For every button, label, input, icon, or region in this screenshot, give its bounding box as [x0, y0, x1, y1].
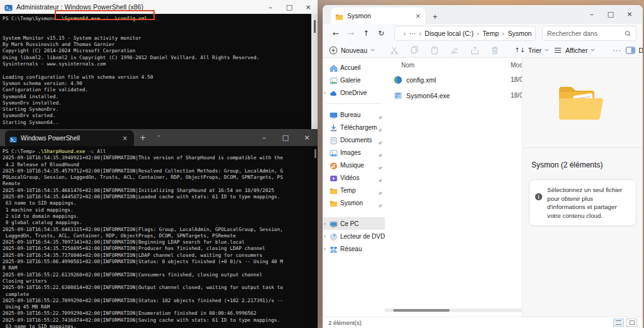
terminal-titlebar[interactable]: Windows PowerShell × + ˅ – □ ×	[0, 129, 318, 146]
chevron-expand-icon[interactable]: ›	[324, 90, 326, 96]
breadcrumb-item-temp[interactable]: Temp	[482, 30, 499, 37]
search-icon	[625, 30, 631, 37]
maximize-button[interactable]: □	[280, 0, 299, 14]
search-input[interactable]: Rechercher dans	[542, 26, 636, 41]
scrollbar-thumb[interactable]	[314, 149, 316, 158]
file-list[interactable]: ˆ Nom Mod config.xml18/0Sysmon64.exe18/0	[385, 58, 522, 317]
file-row-sysmon64-exe[interactable]: Sysmon64.exe18/0	[385, 88, 522, 103]
console-line: 2025-09-18T16:54:35.4579712+02:00|INFORM…	[3, 168, 315, 174]
sidebar-item-label: OneDrive	[340, 89, 385, 96]
sidebar-item-images[interactable]: Images	[323, 146, 385, 159]
breadcrumb[interactable]: ›···›Disque local (C:)›Temp›Sysmon	[394, 26, 536, 41]
chevron-expand-icon[interactable]: ›	[324, 234, 326, 239]
terminal-tab[interactable]: Windows PowerShell ×	[5, 130, 134, 146]
sidebar-item-musique[interactable]: Musique	[323, 159, 385, 171]
console-line: 63 name to SID mappings.	[3, 324, 315, 328]
icons-view-toggle[interactable]	[626, 319, 637, 327]
maximize-button[interactable]: □	[275, 133, 296, 142]
sidebar-item-onedrive[interactable]: ›OneDrive	[323, 86, 385, 99]
sidebar-item-label: Lecteur de DVD (D:)	[340, 233, 385, 240]
sidebar-item-sysmon[interactable]: Sysmon	[323, 196, 385, 209]
sidebar-item-reseau[interactable]: ›Réseau	[323, 242, 385, 255]
pin-icon	[377, 150, 383, 156]
tab-close-icon[interactable]: ×	[416, 13, 421, 20]
new-tab-button[interactable]: +	[433, 12, 438, 24]
sidebar-item-lecteur-de-dvd-d[interactable]: ›Lecteur de DVD (D:)	[323, 230, 385, 242]
close-button[interactable]: ×	[299, 0, 318, 14]
plus-circle-icon	[329, 46, 338, 55]
new-tab-button[interactable]: +	[134, 133, 152, 142]
minimize-button[interactable]: –	[253, 133, 275, 142]
desktop-icon	[330, 111, 338, 119]
refresh-icon[interactable]: ↻	[374, 29, 388, 38]
horizontal-scrollbar[interactable]	[385, 308, 522, 312]
sidebar-item-label: Bureau	[340, 111, 377, 118]
details-pane-button[interactable]: Détails	[626, 47, 643, 54]
file-modified-date: 18/0	[511, 76, 522, 83]
close-button[interactable]: ×	[296, 133, 318, 142]
sidebar-item-ce-pc[interactable]: ›Ce PC	[323, 217, 385, 230]
terminal-console[interactable]: PS C:\Temp> .\SharpHound.exe -c All2025-…	[0, 146, 318, 328]
back-icon[interactable]: ←	[329, 29, 343, 38]
download-icon	[330, 123, 338, 132]
console-line: SysmonDrv installed.	[3, 100, 309, 106]
tab-close-icon[interactable]: ×	[121, 135, 130, 142]
sidebar-item-temp[interactable]: Temp	[323, 184, 385, 196]
file-list-header[interactable]: ˆ Nom Mod	[385, 58, 522, 72]
column-header-name[interactable]: Nom	[401, 62, 414, 69]
maximize-button[interactable]: □	[601, 10, 620, 18]
details-view-toggle[interactable]	[613, 319, 624, 327]
red-annotation-box	[55, 10, 155, 20]
sidebar-item-telechargements[interactable]: Téléchargements	[323, 121, 385, 133]
file-modified-date: 18/0	[511, 92, 522, 99]
cut-icon	[390, 46, 399, 55]
new-button[interactable]: Nouveau	[329, 46, 375, 55]
minimize-button[interactable]: –	[582, 10, 601, 18]
explorer-tab[interactable]: Sysmon ×	[331, 8, 425, 24]
console-line	[3, 22, 309, 28]
sidebar-item-videos[interactable]: Vidéos	[323, 171, 385, 184]
sidebar-item-bureau[interactable]: Bureau	[323, 108, 385, 121]
explorer-tabbar[interactable]: Sysmon × + – □ ×	[323, 5, 643, 24]
sort-button[interactable]: ↑↓ Trier	[514, 47, 549, 54]
powershell-admin-console[interactable]: PS C:\Temp\Sysmon> .\Sysmon64.exe -i .\c…	[0, 14, 311, 136]
file-row-config-xml[interactable]: config.xml18/0	[385, 72, 522, 88]
scrollbar-thumb[interactable]	[393, 309, 450, 312]
chevron-down-icon	[591, 48, 595, 52]
view-button[interactable]: Afficher	[553, 46, 595, 55]
folder-icon	[335, 12, 343, 20]
console-line	[3, 29, 309, 35]
console-line: Sysmon schema version: 4.90	[3, 81, 309, 87]
column-header-modified[interactable]: Mod	[511, 62, 522, 69]
documents-icon	[330, 136, 338, 144]
scrollbar-thumb[interactable]	[314, 20, 316, 33]
breadcrumb-item-sysmon[interactable]: Sysmon	[508, 30, 531, 37]
up-icon[interactable]: ↑	[359, 29, 373, 38]
more-options-button[interactable]: ···	[613, 47, 621, 54]
sidebar-item-galerie[interactable]: Galerie	[323, 74, 385, 86]
details-pane: Sysmon (2 éléments) Sélectionnez un seul…	[522, 58, 643, 317]
explorer-statusbar: 2 élément(s)	[323, 317, 643, 328]
sidebar-item-label: Téléchargements	[340, 124, 377, 131]
close-button[interactable]: ×	[620, 10, 639, 18]
network-icon	[330, 245, 338, 253]
breadcrumb-item-disque-local-c[interactable]: Disque local (C:)	[425, 30, 474, 37]
sidebar-item-accueil[interactable]: Accueil	[323, 61, 385, 74]
console-line: SysmonDrv started.	[3, 113, 309, 119]
chevron-expand-icon[interactable]: ›	[324, 221, 326, 227]
paste-icon	[430, 46, 439, 55]
explorer-tab-title: Sysmon	[347, 12, 416, 20]
tab-dropdown-button[interactable]: ˅	[152, 135, 166, 141]
console-line: Starting SysmonDrv.	[3, 106, 309, 113]
breadcrumb-overflow-button[interactable]: ···	[409, 30, 416, 37]
sidebar-item-documents[interactable]: Documents	[323, 133, 385, 146]
powershell-admin-titlebar[interactable]: Administrateur : Windows PowerShell (x86…	[0, 0, 318, 14]
pc-icon	[330, 220, 338, 228]
chevron-expand-icon[interactable]: ›	[324, 246, 326, 252]
minimize-button[interactable]: –	[261, 0, 280, 14]
console-line: 2025-09-18T16:55:22.7436874+02:00|INFORM…	[3, 317, 315, 324]
chevron-down-icon	[370, 48, 375, 52]
console-scrollbar[interactable]	[311, 14, 318, 136]
console-line: B RAM	[3, 265, 315, 271]
console-line: complete	[3, 291, 315, 298]
